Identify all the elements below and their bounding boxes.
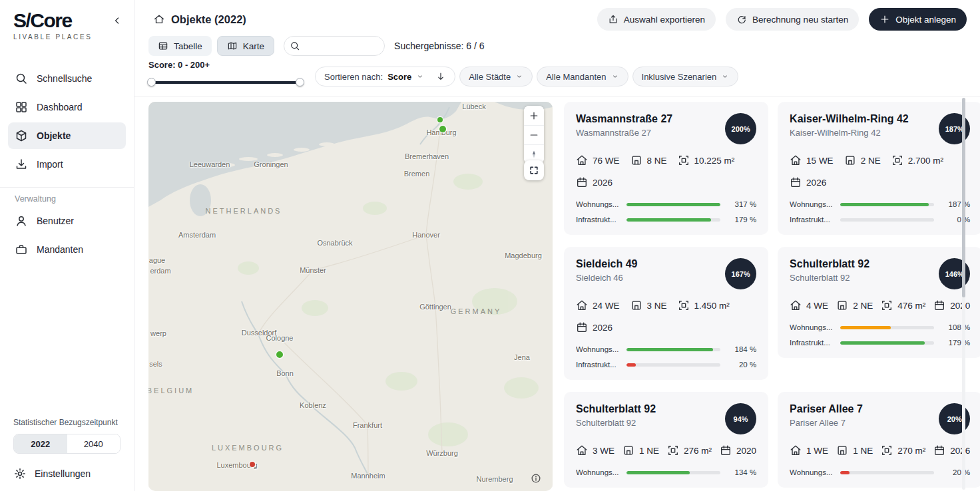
results-grid: Wasmannstraße 27 Wasmannstraße 27 200% 7… xyxy=(564,102,980,491)
metric-label: Wohnungs... xyxy=(576,468,620,476)
city-label: erdam xyxy=(150,267,170,275)
tab-tabelle[interactable]: Tabelle xyxy=(148,36,212,56)
sidebar-collapse-button[interactable] xyxy=(110,13,124,28)
progress-bar xyxy=(626,471,720,474)
card-metrics: Wohnungs...184 % Infrastrukt...20 % xyxy=(576,345,756,369)
year-2040-button[interactable]: 2040 xyxy=(67,434,121,453)
sidebar-item-mandanten[interactable]: Mandanten xyxy=(8,236,126,263)
score-badge: 187% xyxy=(939,113,970,144)
year-value: 2020 xyxy=(736,446,756,456)
brand-tagline: LIVABLE PLACES xyxy=(13,33,134,41)
map-marker[interactable] xyxy=(437,117,443,122)
city-label: Göttingen xyxy=(419,303,451,311)
score-badge: 20% xyxy=(939,403,970,434)
chevron-down-icon xyxy=(721,73,729,81)
page-header: Objekte (2022) Auswahl exportieren Berec… xyxy=(134,0,980,31)
export-selection-button[interactable]: Auswahl exportieren xyxy=(597,8,716,31)
map-labels: NETHERLANDSGERMANYBELGIUMLUXEMBOURGLübec… xyxy=(148,102,553,491)
sidebar-item-objekte[interactable]: Objekte xyxy=(8,122,126,149)
slider-handle-min[interactable] xyxy=(147,78,156,86)
metric-value: 317 % xyxy=(727,200,756,208)
metric-value: 108 % xyxy=(941,323,970,331)
city-filter-dropdown[interactable]: Alle Städte xyxy=(459,67,533,86)
map-marker[interactable] xyxy=(250,462,255,467)
sort-direction-button[interactable] xyxy=(435,71,446,82)
sidebar-item-label: Dashboard xyxy=(37,102,83,112)
home-icon[interactable] xyxy=(153,13,165,25)
zoom-out-button[interactable] xyxy=(524,125,544,144)
content-area: NETHERLANDSGERMANYBELGIUMLUXEMBOURGLübec… xyxy=(134,96,980,491)
create-object-button[interactable]: Objekt anlegen xyxy=(869,8,967,31)
sidebar-item-schnellsuche[interactable]: Schnellsuche xyxy=(8,65,126,92)
units-residential: 15 WE xyxy=(806,156,834,166)
city-label: Osnabrück xyxy=(317,239,352,247)
map-marker[interactable] xyxy=(276,351,283,358)
sidebar-item-label: Benutzer xyxy=(37,216,74,226)
score-range-slider[interactable] xyxy=(148,78,303,86)
property-card[interactable]: Pariser Allee 7 Pariser Allee 7 20% 1 WE… xyxy=(778,392,980,488)
property-card[interactable]: Sieldeich 49 Sieldeich 46 167% 24 WE 3 N… xyxy=(564,247,768,380)
slider-handle-max[interactable] xyxy=(296,78,304,86)
calendar-icon xyxy=(576,176,588,188)
calendar-icon xyxy=(933,299,945,311)
map-view[interactable]: NETHERLANDSGERMANYBELGIUMLUXEMBOURGLübec… xyxy=(148,102,553,491)
score-badge: 167% xyxy=(725,258,756,289)
sidebar-item-label: Objekte xyxy=(37,130,71,141)
property-card[interactable]: Schulterblatt 92 Schulterblatt 92 146% 4… xyxy=(778,247,980,358)
reference-date-label: Statistischer Bezugszeitpunkt xyxy=(13,418,121,427)
map-info-button[interactable] xyxy=(530,472,542,486)
card-stats: 15 WE 2 NE 2.700 m² xyxy=(790,154,970,166)
metric-label: Infrastrukt... xyxy=(790,216,834,224)
card-stats: 76 WE 8 NE 10.225 m² xyxy=(576,154,756,166)
chevron-down-icon xyxy=(416,73,424,81)
scrollbar-thumb[interactable] xyxy=(962,98,965,297)
map-marker[interactable] xyxy=(439,126,446,132)
metric-value: 20 % xyxy=(941,468,970,476)
tenant-filter-dropdown[interactable]: Alle Mandanten xyxy=(537,67,628,86)
metric-value: 134 % xyxy=(727,468,756,476)
card-subtitle: Wasmannstraße 27 xyxy=(576,128,672,138)
progress-bar xyxy=(626,363,720,367)
card-metrics: Wohnungs...108 % Infrastrukt...179 % xyxy=(790,323,970,347)
card-metrics: Wohnungs...187 % Infrastrukt...0 % xyxy=(790,200,970,224)
unit-icon xyxy=(622,444,634,456)
card-metrics: Wohnungs...20 % xyxy=(790,468,970,476)
map-zoom-controls xyxy=(524,106,544,164)
sort-dropdown[interactable]: Sortieren nach: Score xyxy=(315,67,455,86)
brand-logo: S/Core xyxy=(13,9,72,32)
year-2022-button[interactable]: 2022 xyxy=(14,434,67,453)
property-card[interactable]: Wasmannstraße 27 Wasmannstraße 27 200% 7… xyxy=(564,102,768,235)
area-value: 10.225 m² xyxy=(694,156,735,166)
card-title: Kaiser-Wilhelm-Ring 42 xyxy=(790,113,909,125)
progress-bar xyxy=(626,203,720,206)
property-card[interactable]: Kaiser-Wilhelm-Ring 42 Kaiser-Wilhelm-Ri… xyxy=(778,102,980,235)
units-residential: 76 WE xyxy=(593,156,620,166)
fullscreen-button[interactable] xyxy=(524,160,544,180)
card-stats: 3 WE 1 NE 276 m² 2020 xyxy=(576,444,756,456)
progress-bar xyxy=(626,218,720,222)
sidebar-item-label: Schnellsuche xyxy=(37,73,92,84)
progress-bar xyxy=(840,341,934,345)
country-label: GERMANY xyxy=(451,307,502,315)
expand-icon xyxy=(529,165,539,176)
units-commercial: 8 NE xyxy=(647,156,667,166)
city-label: Groningen xyxy=(254,160,288,168)
zoom-in-button[interactable] xyxy=(524,106,544,125)
gear-icon xyxy=(13,467,27,480)
card-subtitle: Sieldeich 46 xyxy=(576,273,638,283)
scenario-filter-label: Inklusive Szenarien xyxy=(642,72,717,82)
metric-label: Wohnungs... xyxy=(576,200,620,208)
scenario-filter-dropdown[interactable]: Inklusive Szenarien xyxy=(632,67,739,86)
property-card[interactable]: Schulterblatt 92 Schulterblatt 92 94% 3 … xyxy=(564,392,768,488)
arrow-down-icon xyxy=(435,71,446,82)
card-metrics: Wohnungs...317 % Infrastrukt...179 % xyxy=(576,200,756,224)
country-label: BELGIUM xyxy=(148,387,194,395)
sidebar-item-benutzer[interactable]: Benutzer xyxy=(8,208,126,234)
tab-karte[interactable]: Karte xyxy=(217,36,274,56)
sidebar-item-import[interactable]: Import xyxy=(8,151,126,178)
area-value: 2.700 m² xyxy=(908,156,943,166)
restart-calculation-button[interactable]: Berechnung neu starten xyxy=(726,8,859,31)
settings-item[interactable]: Einstellungen xyxy=(13,467,121,480)
city-label: Würzburg xyxy=(426,449,458,457)
sidebar-item-dashboard[interactable]: Dashboard xyxy=(8,94,126,120)
